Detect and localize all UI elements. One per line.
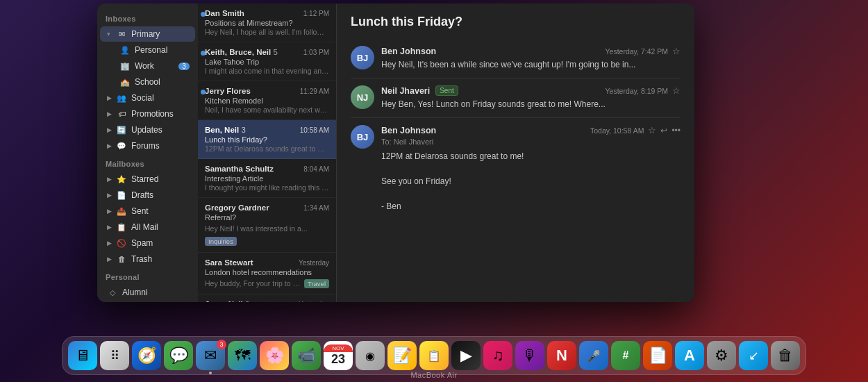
dock-calendar[interactable]: NOV 23 bbox=[324, 341, 353, 370]
sidebar-item-personal[interactable]: 👤 Personal bbox=[100, 42, 195, 58]
email-item-2[interactable]: Keith, Bruce, Neil 5 1:03 PM Lake Tahoe … bbox=[198, 42, 336, 81]
email-sender: Dan Smith bbox=[205, 9, 244, 17]
social-icon: 👥 bbox=[116, 92, 127, 103]
spam-icon: 🚫 bbox=[116, 238, 127, 249]
message-actions: Yesterday, 7:42 PM ☆ bbox=[606, 46, 681, 56]
dock-maps[interactable]: 🗺 bbox=[228, 341, 257, 370]
dock-messages[interactable]: 💬 bbox=[164, 341, 193, 370]
chevron-right-icon: ▶ bbox=[107, 94, 114, 101]
email-item-5[interactable]: Samantha Schultz 8:04 AM Interesting Art… bbox=[198, 159, 336, 198]
dock-facetime[interactable]: 📹 bbox=[292, 341, 321, 370]
dock-notes[interactable]: 📝 bbox=[387, 341, 417, 370]
sidebar-item-sent[interactable]: ▶ 📤 Sent bbox=[100, 204, 195, 219]
dock-launchpad[interactable]: ⠿ bbox=[100, 341, 129, 370]
starred-label: Starred bbox=[131, 174, 158, 184]
forums-icon: 💬 bbox=[116, 140, 127, 151]
email-subject: Kitchen Remodel bbox=[205, 97, 329, 105]
dock-tv[interactable]: ▶ bbox=[451, 341, 481, 370]
dock-news[interactable]: N bbox=[547, 341, 576, 370]
mail-icon: ✉ bbox=[204, 347, 217, 365]
personal-section-title: Personal bbox=[97, 267, 198, 284]
email-sender: Keith, Bruce, Neil 5 bbox=[205, 48, 278, 56]
sidebar-item-forums[interactable]: ▶ 💬 Forums bbox=[100, 138, 195, 153]
email-preview: I thought you might like reading this ar… bbox=[205, 183, 329, 192]
star-button-3[interactable]: ☆ bbox=[648, 125, 656, 135]
sidebar-item-updates[interactable]: ▶ 🔄 Updates bbox=[100, 122, 195, 138]
message-time: Today, 10:58 AM bbox=[590, 126, 644, 135]
dock-pages[interactable]: 📄 bbox=[643, 341, 672, 370]
email-item-7[interactable]: Sara Stewart Yesterday London hotel reco… bbox=[198, 253, 336, 294]
dock-store[interactable]: ↙ bbox=[739, 341, 768, 370]
message-actions-3: Today, 10:58 AM ☆ ↩ ••• bbox=[590, 125, 681, 135]
message-body-2: Neil Jhaveri Sent Yesterday, 8:19 PM ☆ H… bbox=[381, 85, 681, 110]
dock-photos[interactable]: 🌸 bbox=[260, 341, 289, 370]
sidebar-item-family[interactable]: ◇ Family bbox=[100, 301, 195, 302]
message-item-1: BJ Ben Johnson Yesterday, 7:42 PM ☆ Hey … bbox=[351, 39, 681, 78]
sidebar-item-work[interactable]: 🏢 Work 3 bbox=[100, 58, 195, 74]
dock-finder[interactable]: 🖥 bbox=[68, 341, 97, 370]
dock-stickies[interactable]: 📋 bbox=[419, 341, 449, 370]
calendar-date: 23 bbox=[331, 352, 345, 367]
personal-icon: 👤 bbox=[119, 44, 131, 56]
sidebar-item-drafts[interactable]: ▶ 📄 Drafts bbox=[100, 188, 195, 203]
sidebar-item-starred[interactable]: ▶ ⭐ Starred bbox=[100, 172, 195, 187]
avatar-ben: BJ bbox=[351, 46, 374, 69]
sidebar-item-allmail[interactable]: ▶ 📋 All Mail bbox=[100, 219, 195, 235]
email-item-4[interactable]: Ben, Neil 3 10:58 AM Lunch this Friday? … bbox=[198, 120, 336, 159]
dock-siri[interactable]: ◉ bbox=[356, 341, 385, 370]
email-time: Yesterday bbox=[299, 301, 329, 302]
avatar-ben-2: BJ bbox=[351, 125, 374, 149]
star-button[interactable]: ☆ bbox=[672, 85, 681, 96]
spam-label: Spam bbox=[131, 238, 153, 248]
notes-icon: 📝 bbox=[393, 347, 412, 365]
calendar-month: NOV bbox=[324, 344, 353, 352]
dock-prefs[interactable]: ⚙ bbox=[707, 341, 736, 370]
dock-trash[interactable]: 🗑 bbox=[771, 341, 800, 370]
dock-appstore[interactable]: A bbox=[675, 341, 704, 370]
message-body-1: Ben Johnson Yesterday, 7:42 PM ☆ Hey Nei… bbox=[381, 46, 681, 71]
reply-button[interactable]: ↩ bbox=[660, 126, 667, 135]
dock-podcasts[interactable]: 🎙 bbox=[515, 341, 544, 370]
more-button[interactable]: ••• bbox=[671, 126, 681, 135]
message-full-text: 12PM at Delarosa sounds great to me! See… bbox=[381, 150, 681, 213]
email-sender: Samantha Schultz bbox=[205, 165, 274, 173]
email-detail: Lunch this Friday? BJ Ben Johnson Yester… bbox=[337, 3, 694, 302]
star-button[interactable]: ☆ bbox=[672, 46, 681, 56]
email-sender: Gregory Gardner bbox=[205, 204, 269, 212]
sidebar-item-social[interactable]: ▶ 👥 Social bbox=[100, 90, 195, 106]
dock-keynote[interactable]: 🎤 bbox=[579, 341, 608, 370]
stickies-icon: 📋 bbox=[427, 349, 441, 363]
chevron-down-icon: ▾ bbox=[107, 31, 114, 38]
sent-badge: Sent bbox=[435, 85, 458, 96]
dock-mail[interactable]: ✉ 3 bbox=[196, 341, 225, 370]
pages-icon: 📄 bbox=[649, 347, 667, 365]
unread-indicator bbox=[201, 12, 206, 17]
unread-indicator bbox=[201, 90, 206, 94]
news-icon: N bbox=[556, 347, 567, 365]
chevron-right-icon7: ▶ bbox=[107, 208, 114, 215]
email-time: 11:29 AM bbox=[300, 88, 329, 95]
email-preview: Neil, I have some availability next week… bbox=[205, 106, 329, 114]
sidebar-item-spam[interactable]: ▶ 🚫 Spam bbox=[100, 235, 195, 251]
dock-numbers[interactable]: # bbox=[611, 341, 640, 370]
sidebar-item-primary[interactable]: ▾ ✉ Primary bbox=[100, 26, 195, 42]
email-preview: Hey Neil, I hope all is well. I'm follow… bbox=[205, 28, 329, 36]
email-time: 1:34 AM bbox=[303, 204, 329, 212]
mail-badge: 3 bbox=[217, 340, 226, 349]
dock-music[interactable]: ♫ bbox=[483, 341, 512, 370]
sidebar-item-alumni[interactable]: ◇ Alumni bbox=[100, 285, 195, 300]
desktop: Inboxes ▾ ✉ Primary 👤 Personal 🏢 Work 3 bbox=[0, 0, 868, 382]
email-item-8[interactable]: Jerry, Neil 2 Yesterday Cabinet Options … bbox=[198, 294, 336, 302]
sidebar-item-promotions[interactable]: ▶ 🏷 Promotions bbox=[100, 106, 195, 122]
launchpad-icon: ⠿ bbox=[110, 348, 119, 363]
allmail-label: All Mail bbox=[131, 222, 158, 232]
sidebar-item-trash[interactable]: ▶ 🗑 Trash bbox=[100, 251, 195, 267]
sidebar-item-school[interactable]: 🏫 School bbox=[100, 74, 195, 90]
dock-safari[interactable]: 🧭 bbox=[132, 341, 161, 370]
work-badge: 3 bbox=[178, 63, 190, 70]
email-item-6[interactable]: Gregory Gardner 1:34 AM Referral? Hey Ne… bbox=[198, 198, 336, 253]
sent-label: Sent bbox=[131, 206, 149, 216]
email-item-3[interactable]: Jerry Flores 11:29 AM Kitchen Remodel Ne… bbox=[198, 81, 336, 120]
message-sender: Ben Johnson bbox=[381, 47, 436, 56]
email-item-1[interactable]: Dan Smith 1:12 PM Positions at Mimestrea… bbox=[198, 3, 336, 42]
